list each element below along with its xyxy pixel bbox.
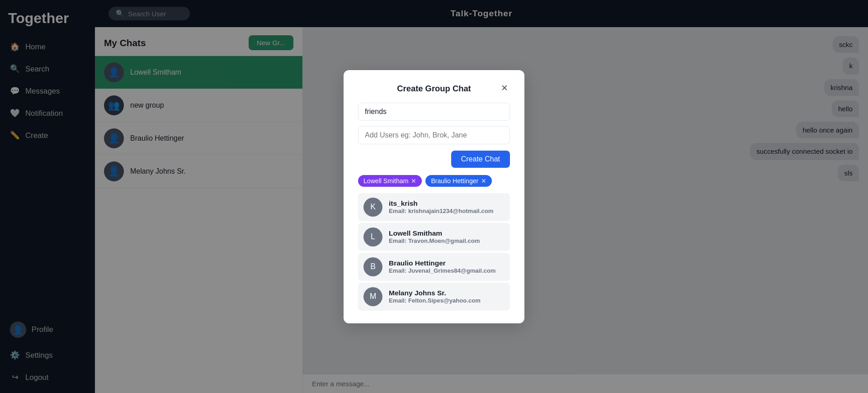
user-row-lowell[interactable]: L Lowell Smitham Email: Travon.Moen@gmai… <box>358 223 510 251</box>
modal-title: Create Group Chat <box>397 84 471 94</box>
tag-lowell-label: Lowell Smitham <box>363 177 408 185</box>
tag-braulio-label: Braulio Hettinger <box>431 177 478 185</box>
user-avatar-its-krish: K <box>363 198 382 217</box>
modal-close-button[interactable]: ✕ <box>499 84 510 92</box>
user-name-lowell: Lowell Smitham <box>389 229 480 237</box>
tag-lowell-close[interactable]: ✕ <box>411 177 416 185</box>
create-chat-button[interactable]: Create Chat <box>451 151 510 168</box>
modal-header: Create Group Chat ✕ <box>358 84 510 94</box>
user-list: K its_krish Email: krishnajain1234@hotma… <box>358 193 510 311</box>
user-row-its-krish[interactable]: K its_krish Email: krishnajain1234@hotma… <box>358 193 510 221</box>
create-group-modal: Create Group Chat ✕ Create Chat Lowell S… <box>344 70 524 323</box>
user-email-lowell: Email: Travon.Moen@gmail.com <box>389 237 480 244</box>
user-name-braulio: Braulio Hettinger <box>389 259 495 267</box>
user-avatar-braulio: B <box>363 257 382 276</box>
selected-tags: Lowell Smitham ✕ Braulio Hettinger ✕ <box>358 175 510 187</box>
user-row-braulio[interactable]: B Braulio Hettinger Email: Juvenal_Grime… <box>358 253 510 281</box>
user-email-melany: Email: Felton.Sipes@yahoo.com <box>389 297 481 304</box>
group-name-input[interactable] <box>358 103 510 121</box>
user-avatar-melany: M <box>363 287 382 306</box>
user-info-lowell: Lowell Smitham Email: Travon.Moen@gmail.… <box>389 229 480 244</box>
user-row-melany[interactable]: M Melany Johns Sr. Email: Felton.Sipes@y… <box>358 283 510 311</box>
modal-overlay[interactable]: Create Group Chat ✕ Create Chat Lowell S… <box>0 0 868 393</box>
user-email-its-krish: Email: krishnajain1234@hotmail.com <box>389 208 493 214</box>
tag-braulio-close[interactable]: ✕ <box>481 177 486 185</box>
user-info-braulio: Braulio Hettinger Email: Juvenal_Grimes8… <box>389 259 495 274</box>
user-info-melany: Melany Johns Sr. Email: Felton.Sipes@yah… <box>389 289 481 304</box>
add-users-input[interactable] <box>358 126 510 144</box>
tag-lowell: Lowell Smitham ✕ <box>358 175 422 187</box>
user-avatar-lowell: L <box>363 227 382 246</box>
user-email-braulio: Email: Juvenal_Grimes84@gmail.com <box>389 267 495 274</box>
user-name-melany: Melany Johns Sr. <box>389 289 481 297</box>
tag-braulio: Braulio Hettinger ✕ <box>425 175 492 187</box>
user-name-its-krish: its_krish <box>389 199 493 208</box>
modal-actions: Create Chat <box>358 151 510 168</box>
user-info-its-krish: its_krish Email: krishnajain1234@hotmail… <box>389 199 493 214</box>
